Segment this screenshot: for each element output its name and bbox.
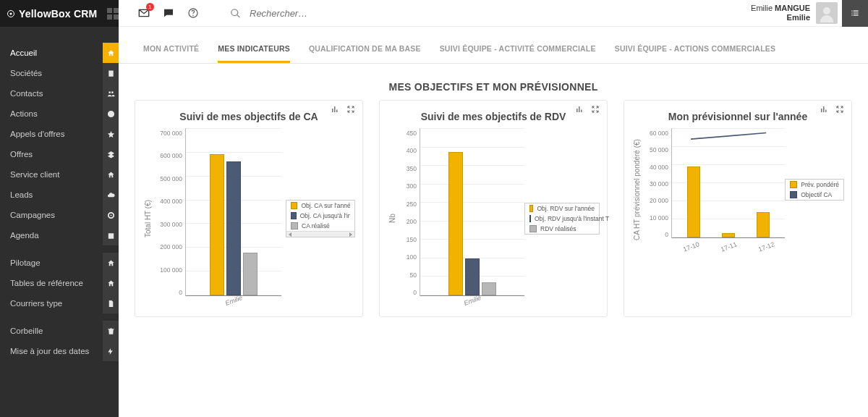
- star-icon: [103, 124, 119, 144]
- sidebar-item-contacts[interactable]: Contacts: [0, 83, 119, 104]
- tab-qualification-de-ma-base[interactable]: QUALIFICATION DE MA BASE: [309, 27, 421, 63]
- list-view-button[interactable]: [842, 0, 868, 27]
- card-prev-line: [672, 128, 785, 222]
- sidebar-item-corbeille[interactable]: Corbeille: [0, 321, 119, 341]
- card-ca-yaxis: 700 000600 000500 000400 000300 000200 0…: [153, 128, 185, 309]
- card-prev-ylabel: CA HT prévisionnel pondéré (€): [631, 128, 642, 251]
- card-rdv: Suivi de mes objectifs de RDV Nb 4504003…: [379, 100, 608, 317]
- sidebar-item-agenda[interactable]: Agenda: [0, 225, 119, 245]
- building-icon: [103, 63, 119, 83]
- card-ca-title: Suivi de mes objectifs de CA: [142, 111, 355, 122]
- file-icon: [103, 293, 119, 313]
- section-title: MES OBJECTIFS ET MON PRÉVISIONNEL: [119, 81, 868, 93]
- chat-icon[interactable]: [161, 5, 176, 21]
- sidebar-item-label: Corbeille: [10, 327, 43, 335]
- card-prev: Mon prévisionnel sur l'année CA HT prévi…: [624, 100, 852, 317]
- user-lastname: MANGUE: [775, 4, 810, 12]
- search-icon[interactable]: [230, 8, 241, 19]
- sidebar-item-label: Appels d'offres: [10, 130, 65, 138]
- home-icon: [103, 164, 119, 185]
- card-rdv-legend: Obj. RDV sur l'année Obj. RDV jusqu'à l'…: [524, 203, 600, 235]
- avatar[interactable]: [816, 2, 838, 24]
- sidebar-item-label: Pilotage: [10, 258, 41, 267]
- user-shortname: Emilie: [751, 13, 810, 22]
- card-prev-legend: Prév. pondéré Objectif CA: [785, 179, 844, 201]
- sidebar-item-label: Offres: [10, 150, 33, 159]
- target-icon: [103, 205, 119, 225]
- card-ca-plot: Emilie: [185, 128, 281, 296]
- card-ca-ylabel: Total HT (€): [142, 128, 153, 309]
- help-icon[interactable]: [185, 5, 201, 21]
- user-block[interactable]: Emilie MANGUE Emilie: [751, 0, 868, 27]
- expand-icon[interactable]: [591, 105, 600, 114]
- cards-row: Suivi de mes objectifs de CA Total HT (€…: [119, 100, 868, 317]
- users-icon: [103, 83, 119, 104]
- sidebar-item-label: Mise à jour des dates: [10, 347, 89, 355]
- user-firstname: Emilie: [751, 4, 775, 12]
- bar-rdv-r-alis-s: [482, 282, 496, 295]
- card-prev-title: Mon prévisionnel sur l'année: [631, 111, 844, 122]
- trash-icon: [103, 321, 119, 341]
- sidebar-item-campagnes[interactable]: Campagnes: [0, 205, 119, 225]
- sidebar: Accueil Sociétés Contacts Actions Appels…: [0, 27, 119, 417]
- legend-scrollbar[interactable]: [286, 231, 354, 237]
- sidebar-item-label: Service client: [10, 170, 59, 179]
- home-icon: [103, 43, 119, 63]
- sidebar-item-appels-d-offres[interactable]: Appels d'offres: [0, 124, 119, 144]
- chart-icon[interactable]: [575, 105, 584, 114]
- topbar-right: 1 Emilie MANGUE Emilie: [119, 0, 868, 27]
- bar-ca-r-alis-: [243, 253, 258, 295]
- sidebar-item-actions[interactable]: Actions: [0, 104, 119, 124]
- mail-icon[interactable]: 1: [136, 5, 152, 21]
- card-rdv-title: Suivi de mes objectifs de RDV: [387, 111, 600, 122]
- card-rdv-xlabel: Emilie: [463, 294, 482, 307]
- card-rdv-yaxis: 450400350300250200150100500: [398, 128, 420, 309]
- cloud-icon: [103, 185, 119, 205]
- main: MON ACTIVITÉMES INDICATEURSQUALIFICATION…: [119, 27, 868, 417]
- sidebar-item-label: Agenda: [10, 231, 39, 240]
- apps-icon[interactable]: [107, 8, 119, 20]
- expand-icon[interactable]: [835, 105, 844, 114]
- search-input[interactable]: [250, 8, 467, 19]
- sidebar-item-courriers-type[interactable]: Courriers type: [0, 293, 119, 313]
- card-rdv-plot: Emilie: [420, 128, 524, 296]
- sidebar-item-label: Actions: [10, 109, 38, 118]
- chart-icon[interactable]: [331, 105, 339, 114]
- sidebar-item-label: Leads: [10, 190, 33, 199]
- card-prev-yaxis: 60 00050 00040 00030 00020 00010 0000: [642, 128, 671, 251]
- card-ca: Suivi de mes objectifs de CA Total HT (€…: [135, 100, 363, 317]
- tab-suivi-quipe-actions-commerciales[interactable]: SUIVI ÉQUIPE - ACTIONS COMMERCIALES: [615, 27, 775, 63]
- card-prev-plot: 17-1017-1117-12: [671, 128, 785, 238]
- bar-obj-rdv-sur-l-ann-e: [448, 152, 463, 295]
- bar-obj-rdv-jusqu-l-instant-t: [465, 258, 480, 295]
- brand-title: YellowBox CRM: [19, 8, 97, 20]
- tab-mon-activit-[interactable]: MON ACTIVITÉ: [143, 27, 199, 63]
- sidebar-item-mise-jour-des-dates[interactable]: Mise à jour des dates: [0, 341, 119, 361]
- bolt-icon: [103, 341, 119, 361]
- brand-dot-icon: [7, 10, 14, 17]
- card-rdv-ylabel: Nb: [387, 128, 398, 309]
- sidebar-item-accueil[interactable]: Accueil: [0, 43, 119, 63]
- card-ca-xlabel: Emilie: [224, 294, 243, 307]
- sidebar-item-tables-de-r-f-rence[interactable]: Tables de référence: [0, 273, 119, 293]
- layers-icon: [103, 144, 119, 164]
- sidebar-item-pilotage[interactable]: Pilotage: [0, 253, 119, 273]
- bar-obj-ca-sur-l-ann-e: [210, 154, 224, 295]
- home-icon: [103, 273, 119, 293]
- tab-suivi-quipe-activit-commerciale[interactable]: SUIVI ÉQUIPE - ACTIVITÉ COMMERCIALE: [440, 27, 596, 63]
- sidebar-item-soci-t-s[interactable]: Sociétés: [0, 63, 119, 83]
- sidebar-item-label: Courriers type: [10, 299, 62, 308]
- sidebar-item-label: Sociétés: [10, 69, 42, 77]
- sidebar-item-service-client[interactable]: Service client: [0, 164, 119, 185]
- card-ca-legend: Obj. CA sur l'année Obj. CA jusqu'à l'in…: [286, 200, 355, 237]
- sidebar-item-label: Tables de référence: [10, 279, 83, 287]
- calendar-icon: [103, 225, 119, 245]
- sidebar-item-offres[interactable]: Offres: [0, 144, 119, 164]
- expand-icon[interactable]: [346, 105, 355, 114]
- chart-icon[interactable]: [820, 105, 828, 114]
- tab-mes-indicateurs[interactable]: MES INDICATEURS: [218, 27, 290, 63]
- notif-badge: 1: [146, 3, 154, 11]
- bar-obj-ca-jusqu-l-instant-t: [226, 161, 241, 295]
- home-icon: [103, 253, 119, 273]
- sidebar-item-leads[interactable]: Leads: [0, 185, 119, 205]
